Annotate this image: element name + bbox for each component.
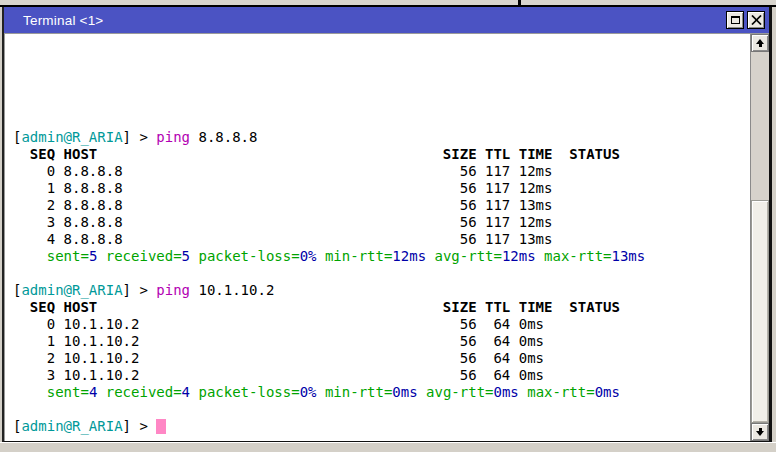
terminal-line-row: 0 8.8.8.8 56 117 12ms bbox=[13, 163, 750, 180]
close-icon bbox=[751, 15, 762, 25]
terminal-text: sent= bbox=[47, 248, 89, 264]
terminal-text: 13ms bbox=[612, 248, 646, 264]
terminal-text: 0% bbox=[300, 384, 317, 400]
terminal-line-blank bbox=[13, 78, 750, 95]
terminal-window: Terminal <1> [admin@R_ARIA] > ping 8.8.8… bbox=[2, 7, 772, 443]
terminal-text: 12ms bbox=[392, 248, 426, 264]
terminal-content: [admin@R_ARIA] > ping 8.8.8.8 SEQ HOST S… bbox=[4, 33, 769, 441]
terminal-text: 1 8.8.8.8 56 117 12ms bbox=[13, 180, 552, 196]
terminal-text: 4 bbox=[182, 384, 190, 400]
terminal-text bbox=[13, 248, 47, 264]
terminal-line-blank bbox=[13, 112, 750, 129]
arrow-down-icon bbox=[756, 428, 764, 436]
terminal-line-blank bbox=[13, 95, 750, 112]
scrollbar-track[interactable] bbox=[751, 52, 769, 423]
terminal-line-prompt: [admin@R_ARIA] > ping 10.1.10.2 bbox=[13, 282, 750, 299]
terminal-text: 3 10.1.10.2 56 64 0ms bbox=[13, 367, 544, 383]
terminal-text: sent= bbox=[47, 384, 89, 400]
terminal-text: 8.8.8.8 bbox=[190, 129, 257, 145]
terminal-text: 0ms bbox=[392, 384, 417, 400]
terminal-line-summary: sent=5 received=5 packet-loss=0% min-rtt… bbox=[13, 248, 750, 265]
terminal-text: ping bbox=[156, 282, 190, 298]
terminal-text: avg-rtt= bbox=[426, 248, 502, 264]
terminal-line-blank bbox=[13, 61, 750, 78]
terminal-text: ] > bbox=[123, 418, 157, 434]
terminal-line-prompt: [admin@R_ARIA] > bbox=[13, 418, 750, 435]
terminal-text: 0 10.1.10.2 56 64 0ms bbox=[13, 316, 544, 332]
scrollbar-thumb[interactable] bbox=[751, 200, 769, 423]
terminal-line-row: 0 10.1.10.2 56 64 0ms bbox=[13, 316, 750, 333]
terminal-line-header: SEQ HOST SIZE TTL TIME STATUS bbox=[13, 299, 750, 316]
terminal-text: admin@R_ARIA bbox=[21, 129, 122, 145]
terminal-text: SEQ HOST SIZE TTL TIME STATUS bbox=[13, 299, 620, 315]
parent-divider-tick bbox=[518, 0, 521, 5]
titlebar[interactable]: Terminal <1> bbox=[4, 7, 769, 33]
terminal-line-prompt: [admin@R_ARIA] > ping 8.8.8.8 bbox=[13, 129, 750, 146]
terminal-text: ] > bbox=[123, 282, 157, 298]
terminal-text: avg-rtt= bbox=[418, 384, 494, 400]
terminal-text: 2 10.1.10.2 56 64 0ms bbox=[13, 350, 544, 366]
maximize-button[interactable] bbox=[726, 11, 744, 29]
terminal-line-row: 3 8.8.8.8 56 117 12ms bbox=[13, 214, 750, 231]
scroll-up-button[interactable] bbox=[751, 34, 769, 52]
terminal-line-header: SEQ HOST SIZE TTL TIME STATUS bbox=[13, 146, 750, 163]
terminal-text: 0% bbox=[300, 248, 317, 264]
terminal-text: max-rtt= bbox=[519, 384, 595, 400]
terminal-text: 0ms bbox=[494, 384, 519, 400]
parent-window-edge bbox=[0, 0, 776, 7]
terminal-line-row: 4 8.8.8.8 56 117 13ms bbox=[13, 231, 750, 248]
terminal-line-row: 1 8.8.8.8 56 117 12ms bbox=[13, 180, 750, 197]
terminal-line-blank bbox=[13, 265, 750, 282]
terminal-text: SEQ HOST SIZE TTL TIME STATUS bbox=[13, 146, 620, 162]
scroll-down-button[interactable] bbox=[751, 423, 769, 441]
terminal-text: 4 8.8.8.8 56 117 13ms bbox=[13, 231, 552, 247]
terminal-text: admin@R_ARIA bbox=[21, 282, 122, 298]
terminal-text: 10.1.10.2 bbox=[190, 282, 274, 298]
terminal-line-row: 3 10.1.10.2 56 64 0ms bbox=[13, 367, 750, 384]
terminal-text: admin@R_ARIA bbox=[21, 418, 122, 434]
terminal-text: ping bbox=[156, 129, 190, 145]
terminal-text: 12ms bbox=[502, 248, 536, 264]
maximize-icon bbox=[731, 16, 740, 24]
terminal-line-row: 2 8.8.8.8 56 117 13ms bbox=[13, 197, 750, 214]
window-title: Terminal <1> bbox=[23, 13, 723, 28]
arrow-up-icon bbox=[756, 39, 764, 47]
terminal-text: ] > bbox=[123, 129, 157, 145]
terminal-text: 0 8.8.8.8 56 117 12ms bbox=[13, 163, 552, 179]
terminal-text: packet-loss= bbox=[190, 248, 300, 264]
terminal-line-row: 1 10.1.10.2 56 64 0ms bbox=[13, 333, 750, 350]
terminal-line-blank bbox=[13, 401, 750, 418]
terminal-text: max-rtt= bbox=[536, 248, 612, 264]
parent-window-bottom-edge bbox=[0, 442, 776, 452]
terminal-text: 1 10.1.10.2 56 64 0ms bbox=[13, 333, 544, 349]
terminal-text bbox=[13, 384, 47, 400]
terminal-output[interactable]: [admin@R_ARIA] > ping 8.8.8.8 SEQ HOST S… bbox=[5, 34, 750, 441]
close-button[interactable] bbox=[747, 11, 765, 29]
terminal-text: min-rtt= bbox=[316, 248, 392, 264]
vertical-scrollbar[interactable] bbox=[750, 34, 769, 441]
terminal-text: 5 bbox=[182, 248, 190, 264]
terminal-text: min-rtt= bbox=[316, 384, 392, 400]
terminal-line-blank bbox=[13, 44, 750, 61]
terminal-text: received= bbox=[97, 248, 181, 264]
terminal-text: 2 8.8.8.8 56 117 13ms bbox=[13, 197, 552, 213]
terminal-text: 3 8.8.8.8 56 117 12ms bbox=[13, 214, 552, 230]
terminal-text: packet-loss= bbox=[190, 384, 300, 400]
terminal-text: received= bbox=[97, 384, 181, 400]
terminal-text: 0ms bbox=[595, 384, 620, 400]
terminal-line-summary: sent=4 received=4 packet-loss=0% min-rtt… bbox=[13, 384, 750, 401]
terminal-cursor bbox=[156, 419, 166, 434]
terminal-line-row: 2 10.1.10.2 56 64 0ms bbox=[13, 350, 750, 367]
